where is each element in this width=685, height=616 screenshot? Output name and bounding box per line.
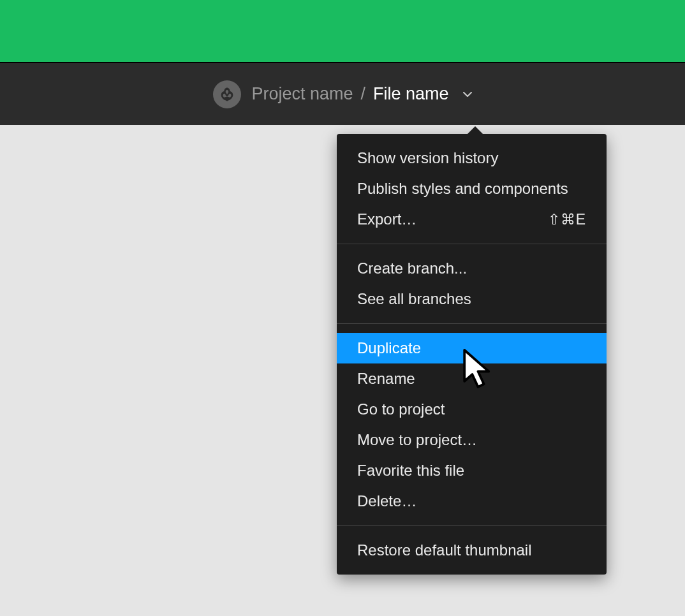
file-name-label[interactable]: File name [373, 84, 449, 104]
project-name-label[interactable]: Project name [251, 84, 353, 104]
breadcrumb-separator: / [361, 84, 366, 104]
menu-item-label: Create branch... [357, 260, 467, 277]
file-dropdown-menu: Show version history Publish styles and … [337, 134, 607, 575]
menu-item-go-to-project[interactable]: Go to project [337, 394, 607, 425]
menu-item-delete[interactable]: Delete… [337, 486, 607, 517]
breadcrumb: Project name / File name [251, 84, 471, 104]
menu-item-label: Delete… [357, 492, 416, 510]
menu-item-label: See all branches [357, 290, 471, 308]
menu-item-label: Publish styles and components [357, 180, 568, 198]
menu-item-move-to-project[interactable]: Move to project… [337, 425, 607, 455]
menu-item-shortcut: ⇧⌘E [548, 211, 586, 228]
top-banner [0, 0, 685, 62]
header-bar: Project name / File name [0, 62, 685, 125]
menu-item-label: Duplicate [357, 339, 421, 357]
menu-item-duplicate[interactable]: Duplicate [337, 333, 607, 363]
menu-item-restore-thumbnail[interactable]: Restore default thumbnail [337, 535, 607, 566]
menu-item-see-branches[interactable]: See all branches [337, 284, 607, 314]
menu-item-rename[interactable]: Rename [337, 363, 607, 394]
menu-item-favorite[interactable]: Favorite this file [337, 455, 607, 486]
menu-divider [337, 323, 607, 324]
menu-item-label: Show version history [357, 149, 498, 167]
menu-item-label: Go to project [357, 400, 445, 418]
menu-item-publish-styles[interactable]: Publish styles and components [337, 173, 607, 204]
menu-divider [337, 244, 607, 244]
menu-divider [337, 525, 607, 526]
menu-item-label: Rename [357, 370, 415, 388]
menu-item-label: Favorite this file [357, 462, 464, 480]
menu-item-label: Export… [357, 210, 416, 228]
chevron-down-icon[interactable] [463, 91, 472, 98]
project-icon[interactable] [213, 80, 241, 108]
menu-item-create-branch[interactable]: Create branch... [337, 253, 607, 284]
menu-item-export[interactable]: Export… ⇧⌘E [337, 204, 607, 235]
menu-item-version-history[interactable]: Show version history [337, 143, 607, 173]
canvas-area[interactable]: Show version history Publish styles and … [0, 125, 685, 616]
menu-item-label: Restore default thumbnail [357, 541, 532, 559]
menu-item-label: Move to project… [357, 431, 477, 449]
